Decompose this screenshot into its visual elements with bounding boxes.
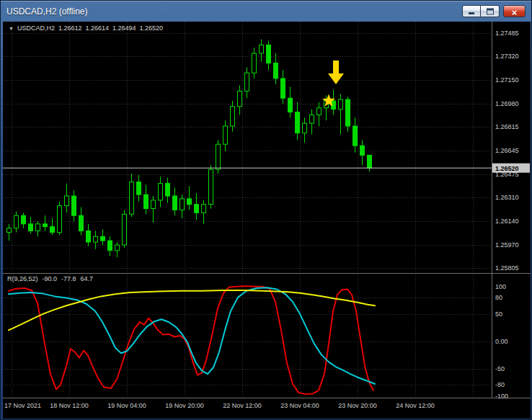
candle-body — [310, 115, 314, 124]
time-axis-label: 19 Nov 04:00 — [107, 402, 146, 409]
time-axis-label: 23 Nov 04:00 — [280, 402, 319, 409]
candle-body — [238, 91, 242, 107]
candle-body — [36, 224, 40, 231]
candle-body — [288, 98, 293, 112]
candle-body — [166, 184, 170, 197]
candle-body — [296, 112, 300, 133]
candle-body — [50, 227, 55, 233]
candle-body — [101, 236, 105, 241]
price-axis-label: 1.26980 — [495, 100, 519, 107]
candle-body — [22, 215, 26, 224]
window-title: USDCAD,H2 (offline) — [6, 6, 87, 17]
candle-body — [216, 144, 221, 169]
osc-line-fast — [9, 286, 373, 394]
time-axis-label: 19 Nov 20:00 — [165, 402, 204, 409]
candle-body — [360, 146, 365, 155]
price-axis-label: 1.25970 — [495, 241, 519, 249]
titlebar[interactable]: USDCAD,H2 (offline) × — [1, 1, 531, 22]
time-axis-label: 24 Nov 12:00 — [396, 402, 435, 409]
candle-body — [252, 53, 257, 73]
candle-body — [223, 126, 228, 144]
minimize-icon — [469, 12, 474, 14]
candle-body — [108, 241, 112, 251]
candle-body — [144, 195, 148, 208]
candle-body — [368, 155, 372, 168]
candle-body — [94, 236, 98, 242]
candle-body — [14, 215, 19, 228]
candle-body — [43, 224, 48, 227]
osc-axis-label: -100 — [495, 393, 508, 400]
chart-window: USDCAD,H2 (offline) × 1.265201.274851.27… — [0, 0, 532, 420]
close-icon: × — [512, 7, 518, 18]
osc-axis-label: -50 — [495, 365, 505, 372]
time-axis-label: 17 Nov 2021 — [4, 402, 41, 409]
down-arrow-icon[interactable] — [328, 61, 344, 84]
candle-body — [130, 182, 134, 215]
candle-body — [195, 205, 199, 213]
osc-line-slow — [9, 290, 375, 330]
chart-client-area: 1.265201.274851.273201.271501.269801.268… — [3, 22, 531, 419]
candle-body — [7, 228, 12, 233]
osc-axis-label: 50 — [495, 310, 502, 318]
candle-body — [317, 108, 322, 115]
candle-body — [173, 196, 177, 210]
osc-axis-label: 0.00 — [495, 338, 508, 345]
candle-body — [281, 79, 285, 98]
osc-axis-label: 100 — [495, 283, 506, 290]
price-axis-label: 1.27485 — [495, 30, 519, 37]
price-axis-label: 1.27320 — [495, 53, 519, 60]
candle-body — [303, 123, 307, 133]
candle-body — [260, 45, 264, 53]
candle-body — [123, 214, 127, 245]
price-axis-label: 1.26310 — [495, 194, 519, 201]
candle-body — [267, 45, 271, 63]
candle-body — [79, 215, 84, 231]
candle-body — [274, 63, 278, 79]
chart-canvas[interactable]: 1.265201.274851.273201.271501.269801.268… — [3, 22, 531, 419]
osc-axis-label: -80 — [495, 381, 505, 388]
candle-body — [137, 182, 141, 195]
minimize-button[interactable] — [462, 5, 481, 17]
candle-body — [180, 199, 185, 210]
candle-body — [187, 199, 192, 205]
candle-body — [346, 99, 350, 126]
candle-body — [339, 99, 343, 110]
candles — [7, 40, 372, 258]
osc-axis-label: 80 — [495, 294, 502, 301]
maximize-icon — [487, 8, 494, 14]
candle-body — [245, 73, 249, 91]
candle-body — [353, 126, 358, 146]
price-axis-label: 1.26645 — [495, 147, 519, 154]
price-axis-label: 1.27150 — [495, 76, 519, 84]
candle-body — [115, 245, 120, 251]
candle-body — [87, 231, 91, 243]
time-axis-label: 18 Nov 12:00 — [50, 402, 89, 409]
price-axis-label: 1.26140 — [495, 218, 519, 225]
time-axis-label: 23 Nov 20:00 — [338, 402, 377, 409]
candle-body — [209, 169, 213, 205]
maximize-button[interactable] — [481, 5, 500, 17]
candle-body — [65, 196, 69, 206]
price-axis-label: 1.25805 — [495, 264, 519, 272]
candle-body — [151, 200, 156, 209]
candle-body — [58, 206, 62, 233]
window-controls: × — [462, 5, 526, 17]
candle-body — [29, 224, 33, 231]
time-axis-label: 22 Nov 12:00 — [223, 402, 262, 409]
candle-body — [72, 196, 76, 215]
candle-body — [202, 205, 206, 213]
close-button[interactable]: × — [503, 5, 526, 17]
price-axis-label: 1.26815 — [495, 123, 519, 130]
price-axis-label: 1.26475 — [495, 171, 519, 178]
candle-body — [231, 107, 235, 126]
candle-body — [159, 184, 163, 200]
